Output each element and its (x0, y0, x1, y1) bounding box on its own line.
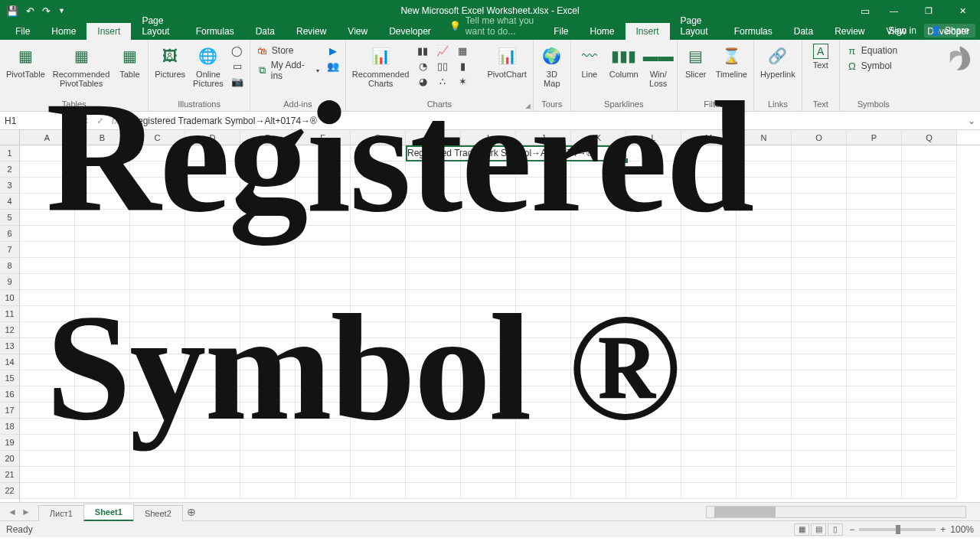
line-chart-button[interactable]: 📈 (435, 44, 450, 57)
cell[interactable] (75, 370, 130, 386)
row-header[interactable]: 6 (0, 226, 19, 242)
row-header[interactable]: 8 (0, 258, 19, 274)
cell[interactable] (240, 370, 296, 386)
cell[interactable] (737, 354, 792, 370)
cell[interactable] (406, 370, 461, 386)
cell[interactable] (737, 242, 792, 258)
cell[interactable] (571, 451, 626, 467)
cell[interactable] (240, 451, 296, 467)
cell[interactable] (571, 419, 626, 435)
tab-review[interactable]: Review (286, 23, 337, 40)
zoom-slider[interactable] (859, 528, 936, 531)
cell[interactable] (902, 274, 957, 290)
cell[interactable] (240, 338, 296, 354)
qat-dropdown-icon[interactable]: ▼ (58, 7, 65, 15)
hierarchy-chart-button[interactable]: ◔ (415, 59, 430, 73)
cell[interactable] (20, 386, 75, 403)
cell[interactable] (902, 467, 957, 483)
cell[interactable] (847, 258, 902, 274)
cell[interactable] (626, 451, 681, 467)
tab-review[interactable]: Review (824, 23, 875, 40)
cell[interactable] (296, 419, 351, 435)
cell[interactable] (681, 210, 737, 226)
cell[interactable] (516, 419, 571, 435)
cell[interactable] (792, 386, 847, 403)
cell[interactable] (351, 386, 406, 403)
cell[interactable] (296, 145, 351, 161)
cell[interactable] (681, 403, 737, 419)
cancel-formula-icon[interactable]: ✕ (81, 116, 89, 126)
cell[interactable] (240, 435, 296, 451)
cell[interactable] (737, 226, 792, 242)
cell[interactable] (902, 338, 957, 354)
cell[interactable] (20, 258, 75, 274)
cell[interactable] (792, 467, 847, 483)
cell[interactable] (626, 467, 681, 483)
pivottable-button[interactable]: ▦PivotTable (3, 42, 48, 80)
cell[interactable] (296, 451, 351, 467)
cell[interactable] (626, 354, 681, 370)
cell[interactable] (792, 483, 847, 499)
cell[interactable] (902, 210, 957, 226)
cell[interactable] (75, 354, 130, 370)
next-sheet-button[interactable]: ► (21, 507, 31, 517)
cell[interactable] (737, 403, 792, 419)
recommended-charts-button[interactable]: 📊Recommended Charts (349, 42, 413, 90)
page-break-view-button[interactable]: ▯ (828, 523, 843, 536)
sparkline-line-button[interactable]: 〰Line (574, 42, 605, 80)
cell[interactable] (406, 403, 461, 419)
table-button[interactable]: ▦Table (114, 42, 145, 80)
cell[interactable] (406, 483, 461, 499)
tell-me-search[interactable]: 💡 Tell me what you want to do... (442, 12, 543, 40)
cell[interactable] (461, 338, 516, 354)
cell[interactable] (240, 194, 296, 210)
cell[interactable] (681, 419, 737, 435)
cell[interactable] (240, 467, 296, 483)
cell[interactable] (75, 435, 130, 451)
cell[interactable] (792, 290, 847, 306)
cell[interactable] (737, 467, 792, 483)
cell[interactable] (571, 370, 626, 386)
charts-launcher-icon[interactable]: ◢ (525, 102, 531, 109)
cell[interactable] (75, 194, 130, 210)
cell[interactable] (681, 483, 737, 499)
cell[interactable] (792, 242, 847, 258)
cell[interactable] (406, 194, 461, 210)
cell[interactable] (516, 354, 571, 370)
cell[interactable] (130, 483, 185, 499)
cell[interactable] (240, 403, 296, 419)
cell[interactable] (902, 258, 957, 274)
cell[interactable] (20, 226, 75, 242)
cell[interactable] (130, 161, 185, 178)
close-button[interactable]: ✕ (946, 0, 980, 21)
people-graph-button[interactable]: 👥 (325, 59, 341, 73)
cell[interactable] (75, 210, 130, 226)
cell[interactable] (461, 370, 516, 386)
tab-page-layout[interactable]: Page Layout (131, 12, 185, 40)
expand-formula-bar-icon[interactable]: ⌄ (963, 116, 980, 126)
row-header[interactable]: 12 (0, 322, 19, 338)
cell[interactable] (902, 403, 957, 419)
cell[interactable] (737, 145, 792, 161)
pictures-button[interactable]: 🖼Pictures (152, 42, 188, 80)
cell[interactable] (75, 161, 130, 178)
row-header[interactable]: 11 (0, 306, 19, 322)
symbol-button[interactable]: ΩSymbol (844, 59, 903, 73)
shapes-button[interactable]: ◯ (230, 44, 245, 57)
cell[interactable] (902, 483, 957, 499)
cell[interactable] (902, 354, 957, 370)
cell[interactable] (902, 145, 957, 161)
cell[interactable] (185, 210, 240, 226)
cell[interactable] (185, 435, 240, 451)
cell[interactable] (681, 290, 737, 306)
cell[interactable] (847, 306, 902, 322)
cell[interactable] (847, 161, 902, 178)
cell[interactable] (296, 386, 351, 403)
formula-bar[interactable]: Registered Trademark Symbol→Alt+0174→® (126, 116, 963, 126)
cell[interactable] (185, 483, 240, 499)
cell[interactable] (902, 419, 957, 435)
row-header[interactable]: 17 (0, 403, 19, 419)
normal-view-button[interactable]: ▦ (794, 523, 809, 536)
cell[interactable] (130, 178, 185, 194)
cell[interactable] (240, 290, 296, 306)
